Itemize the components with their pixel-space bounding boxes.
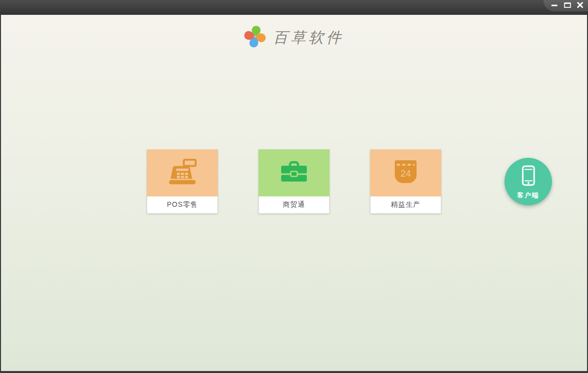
pos-card-icon-area <box>147 149 218 196</box>
minimize-icon <box>551 1 558 10</box>
trade-card-icon-area <box>258 149 330 196</box>
smartphone-icon <box>522 165 535 187</box>
window-controls <box>544 0 588 11</box>
app-logo: 百草软件 <box>1 26 587 49</box>
app-title: 百草软件 <box>273 28 344 48</box>
product-card-trade[interactable]: 商贸通 <box>258 149 330 214</box>
maximize-icon <box>564 1 571 10</box>
product-cards: POS零售 商贸通 <box>1 149 587 214</box>
cash-register-icon <box>166 158 199 188</box>
minimize-button[interactable] <box>549 1 559 10</box>
client-button[interactable]: 客户端 <box>504 158 552 205</box>
product-card-label: POS零售 <box>147 196 218 214</box>
product-card-pos[interactable]: POS零售 <box>147 149 218 214</box>
close-button[interactable] <box>575 1 585 10</box>
product-card-lean[interactable]: 24 精益生产 <box>370 149 441 214</box>
briefcase-icon <box>280 161 308 186</box>
close-icon <box>577 1 584 10</box>
maximize-button[interactable] <box>562 1 572 10</box>
product-card-label: 精益生产 <box>370 196 441 214</box>
client-button-label: 客户端 <box>517 191 540 200</box>
pinwheel-logo-icon <box>244 26 266 49</box>
calendar-icon: 24 <box>394 160 417 186</box>
product-card-label: 商贸通 <box>258 196 330 214</box>
main-content: 百草软件 <box>1 15 587 371</box>
lean-card-icon-area: 24 <box>370 149 441 196</box>
title-bar <box>0 0 588 15</box>
calendar-day-number: 24 <box>400 168 411 179</box>
